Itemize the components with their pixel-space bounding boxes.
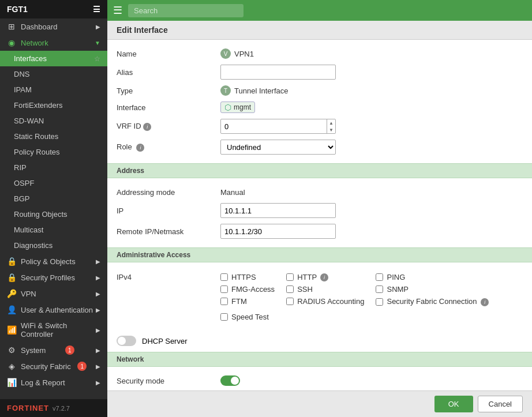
- security-fabric-info-icon[interactable]: i: [481, 298, 489, 306]
- sidebar-item-diagnostics[interactable]: Diagnostics: [0, 238, 107, 253]
- vrf-input[interactable]: [221, 121, 327, 133]
- https-checkbox[interactable]: [220, 273, 228, 281]
- interface-label: Interface: [117, 103, 220, 112]
- fortinet-logo-text: FORTINET: [7, 404, 49, 412]
- vrf-arrows: ▲ ▼: [327, 119, 335, 133]
- sidebar-item-static-routes[interactable]: Static Routes: [0, 129, 107, 144]
- sidebar-item-policy-objects[interactable]: 🔒 Policy & Objects ▶: [0, 253, 107, 269]
- sidebar-item-routing-objects[interactable]: Routing Objects: [0, 206, 107, 222]
- sidebar-item-dns[interactable]: DNS: [0, 66, 107, 82]
- sidebar-collapse-icon[interactable]: ☰: [93, 5, 100, 14]
- sidebar-item-fortiextenders[interactable]: FortiExtenders: [0, 97, 107, 113]
- alias-row: Alias: [117, 62, 523, 82]
- role-select[interactable]: Undefined: [220, 140, 336, 155]
- sidebar: FGT1 ☰ ⊞ Dashboard ▶ ◉ Network ▼ Interfa…: [0, 0, 107, 417]
- sidebar-item-rip[interactable]: RIP: [0, 160, 107, 175]
- vrf-value: ▲ ▼: [220, 119, 336, 134]
- role-value: Undefined: [220, 140, 336, 155]
- sidebar-item-label: Security Fabric: [21, 362, 71, 371]
- sidebar-item-multicast[interactable]: Multicast: [0, 222, 107, 238]
- sidebar-item-label: Interfaces: [14, 54, 47, 63]
- chevron-right-icon: ▶: [96, 291, 100, 297]
- sidebar-item-wifi-switch[interactable]: 📶 WiFi & Switch Controller ▶: [0, 318, 107, 342]
- lock-icon: 🔒: [7, 257, 16, 266]
- sidebar-item-security-profiles[interactable]: 🔒 Security Profiles ▶: [0, 269, 107, 285]
- fmg-row: FMG-Access: [220, 285, 275, 294]
- sidebar-item-bgp[interactable]: BGP: [0, 191, 107, 206]
- ssh-label: SSH: [297, 285, 313, 294]
- remote-ip-input[interactable]: [220, 224, 336, 239]
- sidebar-item-ipam[interactable]: IPAM: [0, 82, 107, 97]
- radius-checkbox[interactable]: [286, 298, 294, 305]
- sidebar-item-label: WiFi & Switch Controller: [21, 321, 96, 339]
- alias-label: Alias: [117, 68, 220, 77]
- security-fabric-label: Security Fabric Connection i: [387, 297, 489, 306]
- http-checkbox[interactable]: [286, 273, 294, 281]
- speed-test-row: Speed Test: [220, 313, 275, 321]
- ip-label: IP: [117, 206, 220, 215]
- sidebar-item-log-report[interactable]: 📊 Log & Report ▶: [0, 374, 107, 390]
- sidebar-item-interfaces[interactable]: Interfaces ☆: [0, 51, 107, 66]
- chevron-right-icon: ▶: [96, 380, 100, 386]
- chevron-right-icon: ▶: [96, 258, 100, 265]
- role-row: Role i Undefined: [117, 137, 523, 157]
- alias-input[interactable]: [220, 65, 336, 80]
- fmg-checkbox[interactable]: [220, 285, 228, 293]
- hamburger-icon[interactable]: ☰: [113, 4, 122, 17]
- http-info-icon[interactable]: i: [320, 273, 328, 281]
- sidebar-item-dashboard[interactable]: ⊞ Dashboard ▶: [0, 18, 107, 35]
- ip-row: IP: [117, 200, 523, 221]
- interface-text: mgmt: [234, 103, 251, 111]
- star-icon[interactable]: ☆: [94, 55, 100, 63]
- https-label: HTTPS: [231, 273, 256, 281]
- vrf-down-arrow[interactable]: ▼: [327, 126, 335, 133]
- vrf-up-arrow[interactable]: ▲: [327, 119, 335, 126]
- content-area: Edit Interface Name V VPN1 Alias Type T: [107, 21, 532, 390]
- ok-button[interactable]: OK: [434, 396, 473, 412]
- sidebar-item-user-auth[interactable]: 👤 User & Authentication ▶: [0, 302, 107, 318]
- http-row: HTTP i: [286, 273, 364, 281]
- sidebar-item-label: IPAM: [14, 85, 32, 94]
- snmp-row: SNMP: [376, 285, 489, 294]
- sidebar-item-label: FortiExtenders: [14, 101, 63, 110]
- chevron-right-icon: ▶: [96, 307, 100, 313]
- cancel-button[interactable]: Cancel: [478, 396, 523, 412]
- speed-test-checkbox[interactable]: [220, 313, 228, 321]
- tunnel-icon: T: [220, 85, 231, 96]
- http-label: HTTP: [297, 273, 317, 281]
- sidebar-item-vpn[interactable]: 🔑 VPN ▶: [0, 285, 107, 302]
- sidebar-item-network[interactable]: ◉ Network ▼: [0, 35, 107, 51]
- dhcp-section: DHCP Server: [107, 330, 532, 352]
- role-info-icon[interactable]: i: [136, 144, 144, 152]
- sidebar-item-label: Multicast: [14, 226, 43, 234]
- ssh-checkbox[interactable]: [286, 285, 294, 293]
- chevron-right-icon: ▶: [96, 275, 100, 281]
- sidebar-item-sdwan[interactable]: SD-WAN: [0, 113, 107, 129]
- search-input[interactable]: [128, 4, 243, 17]
- bottom-bar: OK Cancel: [107, 390, 532, 417]
- dhcp-toggle[interactable]: [117, 336, 136, 346]
- security-mode-switch[interactable]: [220, 375, 240, 386]
- snmp-checkbox[interactable]: [376, 285, 383, 293]
- sidebar-item-ospf[interactable]: OSPF: [0, 175, 107, 191]
- addressing-mode-row: Addressing mode Manual: [117, 184, 523, 200]
- remote-ip-value: [220, 224, 336, 239]
- dashboard-icon: ⊞: [7, 22, 16, 31]
- vrf-input-wrap: ▲ ▼: [220, 119, 336, 134]
- ftm-checkbox[interactable]: [220, 298, 228, 305]
- admin-access-section: IPv4 HTTPS FMG-Access: [107, 262, 532, 330]
- security-fabric-checkbox[interactable]: [376, 298, 383, 306]
- sidebar-item-system[interactable]: ⚙ System 1 ▶: [0, 342, 107, 358]
- ip-input[interactable]: [220, 203, 336, 218]
- sidebar-item-label: Log & Report: [21, 378, 65, 387]
- ping-row: PING: [376, 273, 489, 281]
- vpn-icon: 🔑: [7, 289, 16, 298]
- sidebar-item-policy-routes[interactable]: Policy Routes: [0, 144, 107, 160]
- vrf-info-icon[interactable]: i: [143, 123, 151, 131]
- security-mode-slider: [220, 375, 240, 386]
- fortinet-footer: FORTINET v7.2.7: [0, 399, 107, 417]
- security-mode-row: Security mode: [117, 373, 523, 389]
- ping-checkbox[interactable]: [376, 273, 383, 281]
- network-icon: ◉: [7, 38, 16, 47]
- sidebar-item-security-fabric[interactable]: ◈ Security Fabric 1 ▶: [0, 358, 107, 374]
